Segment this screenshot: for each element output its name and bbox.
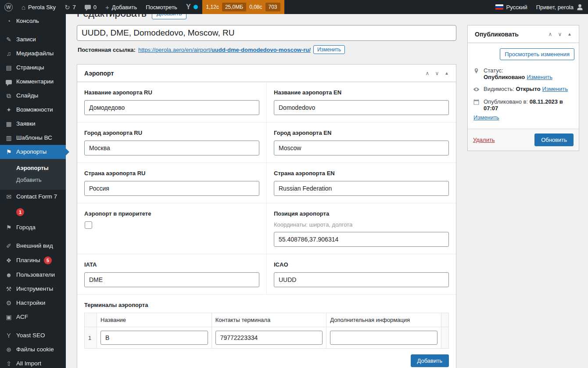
update-button[interactable]: Обновить [534, 133, 574, 146]
field-iata-input[interactable] [84, 272, 259, 287]
plus-icon: + [105, 4, 109, 11]
terminal-info-input[interactable] [330, 331, 437, 345]
comments-link[interactable]: 0 [80, 0, 101, 14]
edit-published-link[interactable]: Изменить [473, 114, 499, 121]
sidebar-item-yoast-seo[interactable]: YYoast SEO [0, 328, 66, 343]
sidebar-item-posts[interactable]: ✎Записи [0, 32, 66, 47]
sidebar-item-media[interactable]: ♫Медиафайлы [0, 47, 66, 61]
sidebar-item-cookies[interactable]: ⊛Файлы cookie [0, 343, 66, 357]
field-airport-position-input[interactable] [274, 232, 449, 247]
field-airport-priority-checkbox[interactable] [85, 221, 92, 229]
acf-field-row: Название аэропорта RUНазвание аэропорта … [77, 82, 456, 122]
view-post-label: Посмотреть [146, 4, 177, 11]
move-up-icon[interactable]: ∧ [545, 30, 555, 39]
field-airport-name-ru-label: Название аэропорта RU [84, 89, 259, 96]
site-name-link[interactable]: ⌂ Perola Sky [17, 0, 60, 14]
wp-logo-menu[interactable]: W [0, 0, 17, 14]
field-airport-country-ru-input[interactable] [84, 181, 259, 196]
permalink-label: Постоянная ссылка: [78, 47, 136, 53]
field-airport-city-ru-label: Город аэропорта RU [84, 130, 259, 136]
comments-count: 0 [93, 4, 97, 11]
field-airport-city-en-input[interactable] [274, 141, 449, 155]
field-airport-country-en-input[interactable] [274, 181, 449, 196]
terminal-contacts-input[interactable] [215, 331, 323, 345]
move-up-icon[interactable]: ∧ [423, 69, 432, 78]
permalink-link[interactable]: https://perola.aero/en/airport/uudd-dme-… [138, 47, 311, 53]
comments-icon [85, 5, 91, 9]
edit-status-link[interactable]: Изменить [527, 74, 552, 80]
airport-metabox-header[interactable]: Аэропорт ∧ ∨ ▲ [77, 65, 456, 82]
avatar [576, 4, 584, 11]
my-account-menu[interactable]: Привет, perola [532, 0, 588, 14]
sidebar-item-all-import[interactable]: ⇧All Import [0, 357, 66, 368]
russian-flag-icon [495, 4, 503, 10]
sidebar-item-features[interactable]: ✦Возможности [0, 103, 66, 117]
comments-icon [6, 80, 12, 84]
field-iata: IATA [77, 254, 267, 294]
yoast-admin-bar-menu[interactable]: Y [182, 0, 202, 14]
move-down-icon[interactable]: ∨ [555, 30, 565, 39]
submenu-item-airports[interactable]: Добавить [0, 174, 66, 186]
terminals-field: Терминалы аэропорта НазваниеКонтакты тер… [77, 294, 456, 368]
delete-link[interactable]: Удалить [473, 137, 495, 143]
updates-link[interactable]: ↻ 7 [60, 0, 80, 14]
sidebar-item-contact-form-7[interactable]: ✉Contact Form 71 [0, 190, 66, 220]
main-column: Постоянная ссылка: https://perola.aero/e… [77, 25, 456, 368]
mail-icon: ✉ [5, 193, 13, 200]
update-count-badge: 1 [16, 208, 24, 216]
sidebar-item-dashboard[interactable]: ◔Консоль [0, 14, 66, 28]
menu-separator [0, 324, 66, 328]
sidebar-item-pages[interactable]: ▤Страницы [0, 61, 66, 75]
publish-row-published: Опубликовано в: 08.11.2023 в 07:07 [468, 96, 579, 114]
field-airport-name-ru-input[interactable] [84, 100, 259, 115]
publish-metabox-header[interactable]: Опубликовать ∧ ∨ ▲ [468, 25, 579, 43]
sidebar-item-slides[interactable]: ⧉Слайды [0, 89, 66, 103]
sidebar-item-aircraft-templates[interactable]: ▥Шаблоны ВС [0, 131, 66, 145]
appearance-icon: ✐ [5, 242, 13, 249]
new-content-link[interactable]: + Добавить [101, 0, 141, 14]
sidebar-item-requests[interactable]: ▦Заявки [0, 117, 66, 131]
column-header-info: Дополнительная информация [326, 313, 441, 327]
admin-bar-right: Русский Привет, perola [491, 0, 588, 14]
language-switcher[interactable]: Русский [491, 0, 531, 14]
sidebar-item-users[interactable]: ☻Пользователи [0, 268, 66, 282]
sidebar-item-label: Инструменты [16, 285, 53, 292]
sidebar-item-appearance[interactable]: ✐Внешний вид [0, 239, 66, 253]
sidebar-item-acf[interactable]: ▣ACF [0, 310, 66, 324]
sidebar-item-tools[interactable]: ⚒Инструменты [0, 282, 66, 296]
sidebar-item-label: Плагины [16, 257, 40, 264]
preview-changes-button[interactable]: Просмотреть изменения [500, 48, 574, 60]
sidebar-item-label: Файлы cookie [16, 346, 54, 353]
edit-permalink-button[interactable]: Изменить [313, 45, 345, 54]
marker-icon [473, 68, 480, 75]
sidebar-item-settings[interactable]: ⚙Настройки [0, 296, 66, 310]
home-icon: ⌂ [22, 4, 25, 11]
sidebar-item-plugins[interactable]: ❖Плагины5 [0, 253, 66, 268]
move-down-icon[interactable]: ∨ [432, 69, 442, 78]
post-title-input[interactable] [77, 25, 456, 41]
edit-visibility-link[interactable]: Изменить [542, 86, 568, 92]
field-airport-name-en-input[interactable] [274, 100, 449, 115]
toggle-panel-icon[interactable]: ▲ [442, 69, 452, 78]
qm-page-time: 1,12с [206, 4, 219, 10]
sidebar-item-cities[interactable]: ⚑Города [0, 220, 66, 235]
row-number[interactable]: 1 [85, 327, 97, 349]
yoast-icon: Y [186, 3, 191, 11]
terminal-name-input[interactable] [100, 331, 208, 345]
features-icon: ✦ [5, 106, 13, 113]
flag-icon: ⚑ [5, 148, 13, 155]
view-post-link[interactable]: Посмотреть [141, 0, 182, 14]
sidebar-item-airports[interactable]: ⚑Аэропорты [0, 145, 66, 159]
field-airport-country-en-label: Страна аэропорта EN [274, 170, 449, 177]
cookie-icon: ⊛ [5, 346, 13, 353]
add-row-button[interactable]: Добавить [411, 354, 449, 367]
query-monitor-menu[interactable]: 1,12с 25,0МБ 0,08с 703 [202, 0, 284, 14]
field-airport-priority-label: Аэропорт в приоритете [84, 210, 259, 217]
acf-field-row: Аэропорт в приоритетеПозиция аэропортаКо… [77, 203, 456, 254]
submenu-item-airports[interactable]: Аэропорты [0, 162, 66, 174]
field-airport-city-ru-input[interactable] [84, 141, 259, 155]
field-icao-input[interactable] [274, 272, 449, 287]
sidebar-item-comments[interactable]: Комментарии [0, 75, 66, 89]
toggle-panel-icon[interactable]: ▲ [565, 30, 574, 39]
users-icon: ☻ [5, 271, 13, 278]
